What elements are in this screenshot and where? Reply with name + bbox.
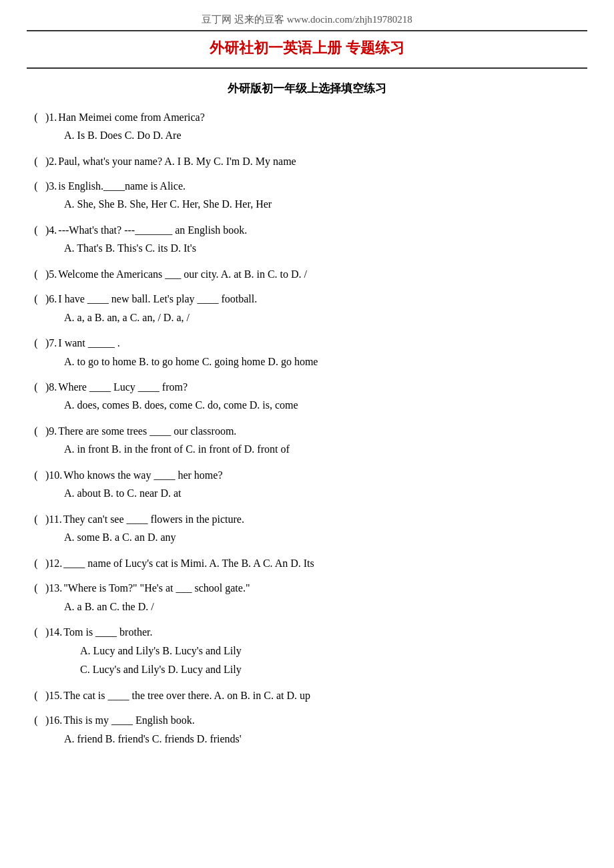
q-text: "Where is Tom?" "He's at ___ school gate… [63, 579, 587, 597]
question-line: ()5.Welcome the Americans ___ our city. … [27, 265, 587, 283]
options-line: A. She, She B. She, Her C. Her, She D. H… [27, 195, 587, 214]
q-text: Who knows the way ____ her home? [63, 466, 587, 484]
question-line: ()1.Han Meimei come from America? [27, 108, 587, 126]
options-line: A. friend B. friend's C. friends D. frie… [27, 730, 587, 749]
options-line: C. Lucy's and Lily's D. Lucy and Lily [27, 660, 587, 680]
q-text: I want _____ . [58, 334, 587, 352]
q-num: )11. [45, 510, 62, 528]
paren: ( [27, 422, 45, 440]
question-block: ()16.This is my ____ English book.A. fri… [27, 711, 587, 748]
question-block: ()3.is English.____name is Alice.A. She,… [27, 177, 587, 214]
question-block: ()10.Who knows the way ____ her home?A. … [27, 466, 587, 503]
q-num: )15. [45, 686, 62, 704]
question-line: ()13."Where is Tom?" "He's at ___ school… [27, 579, 587, 597]
question-line: ()3.is English.____name is Alice. [27, 177, 587, 195]
q-num: )13. [45, 579, 62, 597]
questions-container: ()1.Han Meimei come from America?A. Is B… [27, 108, 587, 748]
question-line: ()7.I want _____ . [27, 334, 587, 352]
options-line: A. some B. a C. an D. any [27, 528, 587, 548]
paren: ( [27, 579, 45, 597]
paren: ( [27, 177, 45, 195]
q-text: This is my ____ English book. [63, 711, 587, 729]
question-block: ()11.They can't see ____ flowers in the … [27, 510, 587, 548]
question-line: ()15.The cat is ____ the tree over there… [27, 686, 587, 704]
options-line: A. about B. to C. near D. at [27, 484, 587, 503]
question-block: ()13."Where is Tom?" "He's at ___ school… [27, 579, 587, 616]
question-block: ()7.I want _____ .A. to go to home B. to… [27, 334, 587, 371]
q-num: )6. [45, 290, 57, 308]
subtitle: 外研版初一年级上选择填空练习 [27, 81, 587, 96]
question-block: ()6.I have ____ new ball. Let's play ___… [27, 290, 587, 327]
options-line: A. That's B. This's C. its D. It's [27, 239, 587, 258]
paren: ( [27, 711, 45, 729]
q-text: There are some trees ____ our classroom. [58, 422, 587, 440]
question-line: ()14.Tom is ____ brother. [27, 623, 587, 641]
q-num: )16. [45, 711, 62, 729]
options-line: A. a B. an C. the D. / [27, 598, 587, 617]
question-line: ()12.____ name of Lucy's cat is Mimi. A.… [27, 554, 587, 572]
q-num: )9. [45, 422, 57, 440]
paren: ( [27, 108, 45, 126]
question-block: ()9.There are some trees ____ our classr… [27, 422, 587, 459]
options-line: A. Is B. Does C. Do D. Are [27, 126, 587, 146]
options-line: A. in front B. in the front of C. in fro… [27, 440, 587, 459]
q-text: Welcome the Americans ___ our city. A. a… [58, 265, 587, 283]
paren: ( [27, 466, 45, 484]
site-header: 豆丁网 迟来的豆客 www.docin.com/zhjh19780218 [27, 13, 587, 31]
q-num: )8. [45, 378, 57, 396]
question-block: ()15.The cat is ____ the tree over there… [27, 686, 587, 704]
q-num: )3. [45, 177, 57, 195]
q-text: ____ name of Lucy's cat is Mimi. A. The … [63, 554, 587, 572]
paren: ( [27, 334, 45, 352]
paren: ( [27, 623, 45, 641]
q-text: is English.____name is Alice. [58, 177, 587, 195]
question-line: ()4.---What's that? ---_______ an Englis… [27, 221, 587, 239]
q-text: Han Meimei come from America? [58, 108, 587, 126]
q-num: )14. [45, 623, 62, 641]
question-block: ()12.____ name of Lucy's cat is Mimi. A.… [27, 554, 587, 572]
question-block: ()1.Han Meimei come from America?A. Is B… [27, 108, 587, 146]
question-line: ()16.This is my ____ English book. [27, 711, 587, 729]
paren: ( [27, 265, 45, 283]
question-block: ()8.Where ____ Lucy ____ from?A. does, c… [27, 378, 587, 415]
q-num: )1. [45, 108, 57, 126]
question-line: ()11.They can't see ____ flowers in the … [27, 510, 587, 528]
options-line: A. to go to home B. to go home C. going … [27, 353, 587, 372]
paren: ( [27, 554, 45, 572]
q-text: ---What's that? ---_______ an English bo… [58, 221, 587, 239]
q-num: )4. [45, 221, 57, 239]
q-text: They can't see ____ flowers in the pictu… [63, 510, 587, 528]
q-num: )2. [45, 152, 57, 170]
q-text: The cat is ____ the tree over there. A. … [63, 686, 587, 704]
paren: ( [27, 152, 45, 170]
main-title: 外研社初一英语上册 专题练习 [27, 34, 587, 69]
question-block: ()5.Welcome the Americans ___ our city. … [27, 265, 587, 283]
paren: ( [27, 686, 45, 704]
q-text: Where ____ Lucy ____ from? [58, 378, 587, 396]
q-num: )10. [45, 466, 62, 484]
q-num: )5. [45, 265, 57, 283]
question-block: ()2.Paul, what's your name? A. I B. My C… [27, 152, 587, 170]
q-text: I have ____ new ball. Let's play ____ fo… [58, 290, 587, 308]
options-line: A. does, comes B. does, come C. do, come… [27, 396, 587, 415]
paren: ( [27, 221, 45, 239]
q-text: Tom is ____ brother. [63, 623, 587, 641]
question-line: ()8.Where ____ Lucy ____ from? [27, 378, 587, 396]
options-line: A. a, a B. an, a C. an, / D. a, / [27, 308, 587, 328]
q-text: Paul, what's your name? A. I B. My C. I'… [58, 152, 587, 170]
options-line: A. Lucy and Lily's B. Lucy's and Lily [27, 642, 587, 661]
question-line: ()2.Paul, what's your name? A. I B. My C… [27, 152, 587, 170]
paren: ( [27, 290, 45, 308]
question-block: ()14.Tom is ____ brother.A. Lucy and Lil… [27, 623, 587, 680]
question-line: ()10.Who knows the way ____ her home? [27, 466, 587, 484]
q-num: )12. [45, 554, 62, 572]
q-num: )7. [45, 334, 57, 352]
paren: ( [27, 510, 45, 528]
question-line: ()9.There are some trees ____ our classr… [27, 422, 587, 440]
question-line: ()6.I have ____ new ball. Let's play ___… [27, 290, 587, 308]
question-block: ()4.---What's that? ---_______ an Englis… [27, 221, 587, 258]
site-text: 豆丁网 迟来的豆客 www.docin.com/zhjh19780218 [202, 14, 412, 25]
paren: ( [27, 378, 45, 396]
